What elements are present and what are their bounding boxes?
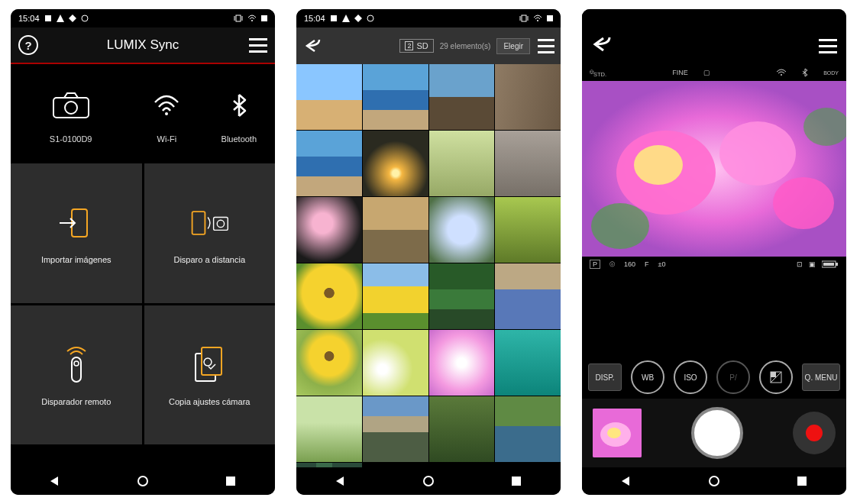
thumbnail[interactable] bbox=[495, 64, 561, 130]
thumbnail[interactable] bbox=[363, 263, 428, 329]
wb-button[interactable]: WB bbox=[631, 360, 664, 394]
thumbnail[interactable] bbox=[429, 197, 495, 263]
remote-shoot-tile[interactable]: Disparo a distancia bbox=[144, 163, 276, 303]
nav-home[interactable] bbox=[707, 474, 721, 488]
stabilizer-icon: ⊡ bbox=[797, 260, 803, 268]
copy-settings-tile[interactable]: Copia ajustes cámara bbox=[144, 305, 276, 445]
wifi-icon bbox=[533, 15, 542, 22]
thumbnail[interactable] bbox=[363, 64, 428, 130]
thumbnail[interactable] bbox=[495, 263, 561, 329]
thumbnail[interactable] bbox=[429, 263, 495, 329]
menu-button[interactable] bbox=[538, 39, 554, 53]
shutter-button[interactable] bbox=[691, 407, 743, 459]
help-button[interactable]: ? bbox=[18, 35, 38, 55]
remote-shoot-label: Disparo a distancia bbox=[173, 255, 245, 264]
battery-icon bbox=[547, 15, 553, 22]
thumbnail[interactable] bbox=[296, 263, 362, 329]
record-button[interactable] bbox=[793, 412, 836, 454]
vibrate-icon bbox=[519, 15, 529, 22]
svg-rect-45 bbox=[771, 372, 776, 377]
wifi-tile[interactable]: Wi-Fi bbox=[131, 64, 202, 163]
peaking-button[interactable]: P/ bbox=[716, 360, 750, 394]
nav-back[interactable] bbox=[619, 474, 633, 488]
thumbnail[interactable] bbox=[363, 396, 428, 462]
live-view[interactable] bbox=[582, 81, 846, 257]
thumbnail[interactable] bbox=[296, 64, 362, 130]
thumbnail[interactable] bbox=[363, 131, 428, 196]
remote-shutter-icon bbox=[55, 344, 98, 386]
svg-marker-1 bbox=[57, 15, 64, 22]
camera-tile[interactable]: S1-0100D9 bbox=[11, 64, 131, 163]
remote-shutter-tile[interactable]: Disparador remoto bbox=[11, 305, 142, 445]
thumbnail[interactable] bbox=[495, 330, 561, 396]
bluetooth-icon bbox=[802, 68, 808, 77]
svg-marker-30 bbox=[336, 477, 344, 486]
svg-marker-19 bbox=[50, 477, 58, 486]
nav-recent[interactable] bbox=[509, 474, 523, 488]
thumbnail[interactable] bbox=[296, 197, 362, 263]
thumbnail-grid[interactable] bbox=[296, 64, 561, 467]
choose-button[interactable]: Elegir bbox=[496, 38, 530, 54]
quick-controls: DISP. WB ISO P/ Q. MENU bbox=[582, 356, 846, 399]
thumbnail[interactable] bbox=[429, 330, 495, 396]
thumbnail[interactable] bbox=[495, 396, 561, 462]
menu-button[interactable] bbox=[819, 39, 837, 53]
nav-recent[interactable] bbox=[224, 474, 238, 488]
menu-button[interactable] bbox=[249, 38, 267, 53]
thumbnail[interactable] bbox=[363, 197, 428, 263]
thumbnail[interactable] bbox=[495, 197, 561, 263]
svg-point-6 bbox=[251, 20, 253, 21]
svg-point-9 bbox=[65, 102, 77, 114]
thumbnail[interactable] bbox=[296, 131, 362, 196]
svg-rect-3 bbox=[236, 15, 241, 21]
svg-point-20 bbox=[138, 477, 147, 486]
thumbnail[interactable] bbox=[296, 396, 362, 462]
thumbnail[interactable] bbox=[429, 64, 495, 130]
aperture-label: F bbox=[645, 260, 649, 268]
sd-selector[interactable]: 2 SD bbox=[399, 39, 433, 53]
screen-gallery: 15:04 2 SD 29 elemento(s) Elegir bbox=[296, 9, 561, 495]
svg-marker-49 bbox=[622, 477, 629, 486]
thumbnail[interactable] bbox=[429, 131, 495, 196]
nav-recent[interactable] bbox=[795, 474, 809, 488]
exposure-row: P ⦾ 160 F ±0 ⊡ ▣ bbox=[582, 257, 846, 272]
qmenu-button[interactable]: Q. MENU bbox=[802, 363, 840, 391]
svg-point-24 bbox=[367, 15, 373, 21]
thumbnail[interactable] bbox=[296, 463, 362, 467]
nav-back[interactable] bbox=[334, 474, 348, 488]
import-images-tile[interactable]: Importar imágenes bbox=[11, 163, 142, 303]
wifi-label: Wi-Fi bbox=[157, 134, 177, 144]
sd-label: SD bbox=[416, 41, 428, 50]
back-button[interactable] bbox=[591, 36, 613, 56]
svg-point-10 bbox=[165, 112, 168, 115]
ev-value: ±0 bbox=[658, 260, 666, 268]
svg-point-16 bbox=[74, 361, 79, 366]
thumbnail[interactable] bbox=[495, 131, 561, 196]
status-time: 15:04 bbox=[18, 14, 40, 23]
screen-remote-shoot: ⎊STD. FINE ▢ BODY P ⦾ 160 F bbox=[582, 9, 846, 495]
last-photo-thumb[interactable] bbox=[593, 409, 642, 457]
app-title: LUMIX Sync bbox=[107, 37, 179, 53]
camera-name: S1-0100D9 bbox=[50, 134, 92, 144]
status-icon bbox=[69, 15, 76, 22]
svg-rect-0 bbox=[45, 15, 51, 21]
svg-marker-23 bbox=[342, 15, 350, 22]
svg-rect-8 bbox=[53, 98, 89, 118]
bluetooth-icon bbox=[218, 84, 260, 127]
thumbnail[interactable] bbox=[363, 330, 428, 396]
thumbnail[interactable] bbox=[429, 396, 495, 462]
disp-button[interactable]: DISP. bbox=[588, 363, 622, 391]
expcomp-button[interactable] bbox=[759, 360, 793, 394]
nav-home[interactable] bbox=[422, 474, 435, 488]
bluetooth-tile[interactable]: Bluetooth bbox=[203, 64, 275, 163]
iso-button[interactable]: ISO bbox=[674, 360, 707, 394]
nav-home[interactable] bbox=[136, 474, 150, 488]
nav-back[interactable] bbox=[48, 474, 62, 488]
back-button[interactable] bbox=[302, 35, 324, 57]
svg-point-14 bbox=[218, 221, 225, 228]
spacer bbox=[582, 272, 846, 356]
remote-header bbox=[582, 27, 846, 64]
battery-icon bbox=[822, 260, 839, 268]
import-label: Importar imágenes bbox=[41, 255, 112, 264]
thumbnail[interactable] bbox=[296, 330, 362, 396]
